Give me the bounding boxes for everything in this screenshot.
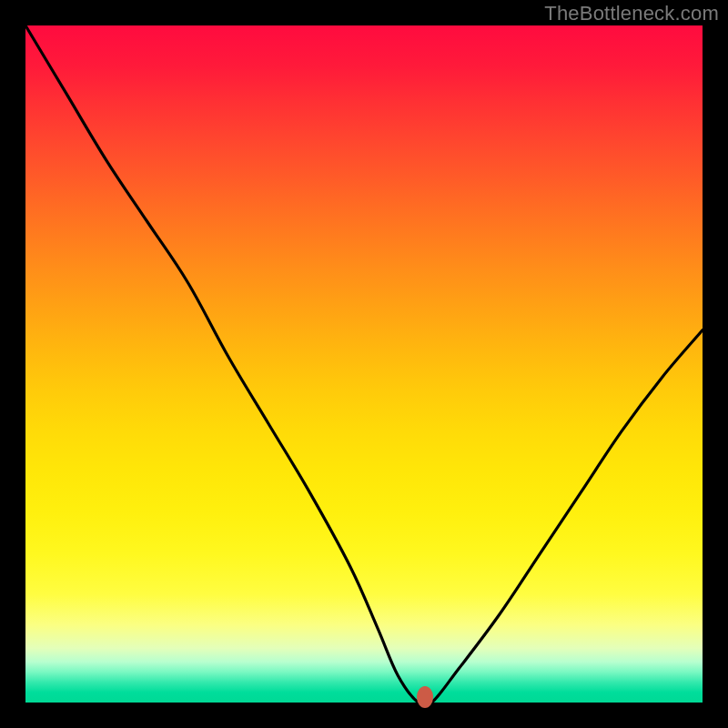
curve-svg <box>0 0 728 728</box>
optimal-marker <box>417 686 433 708</box>
bottleneck-curve-path <box>25 25 703 707</box>
chart-frame: TheBottleneck.com <box>0 0 728 728</box>
watermark-text: TheBottleneck.com <box>544 2 719 25</box>
